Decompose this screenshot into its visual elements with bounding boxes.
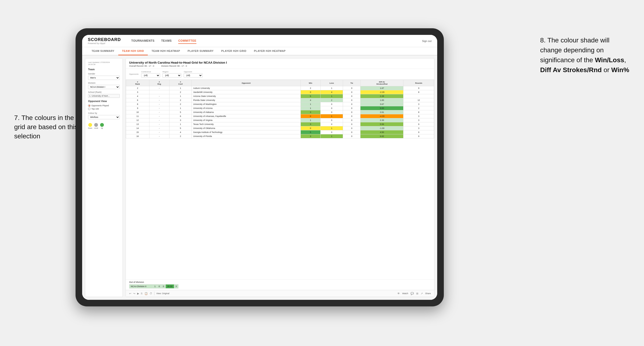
timer-icon[interactable]: ⏱: [150, 292, 152, 295]
gender-select[interactable]: Men's: [88, 76, 120, 80]
logo-text: SCOREBOARD: [88, 37, 121, 42]
redo-icon[interactable]: ↪: [133, 292, 135, 295]
radio-top-100[interactable]: Top 100: [88, 108, 120, 110]
table-row: 11 - 6 University of Arkansas, Fayettevi…: [126, 114, 434, 118]
tab-team-h2h-grid[interactable]: TEAM H2H GRID: [118, 47, 148, 55]
region-filter-label: Region: [162, 71, 181, 73]
radio-opponents-played[interactable]: Opponents Played: [88, 104, 120, 107]
tab-team-summary[interactable]: TEAM SUMMARY: [88, 47, 118, 55]
cell-tie: 0: [343, 118, 360, 122]
cell-loss: 1: [320, 86, 343, 90]
forward-icon[interactable]: ▶: [137, 292, 139, 295]
undo-icon[interactable]: ↩: [129, 292, 131, 295]
cell-rounds: [404, 94, 434, 98]
cell-rank: 8: [126, 102, 150, 106]
legend-up-circle: [100, 123, 104, 127]
region-filter-group: Region (All): [162, 71, 181, 78]
cell-diff: 3.67: [360, 102, 404, 106]
cell-reg: -: [149, 102, 169, 106]
present-icon[interactable]: ⊞: [416, 292, 418, 295]
grid-header: University of North Carolina Head-to-Hea…: [126, 58, 434, 69]
out-of-division-table: NCAA Division II 1 0 0 26.00 3: [129, 284, 178, 289]
division-label: Division: [88, 82, 120, 84]
cell-reg: -: [149, 134, 169, 138]
paste-icon[interactable]: 📋: [144, 292, 148, 295]
cell-diff: 4.50: [360, 130, 404, 134]
out-division-tie: 0: [162, 285, 166, 289]
cell-diff: 2.28: [360, 94, 404, 98]
cell-diff: 1.67: [360, 86, 404, 90]
toolbar-right: 👁 Watch 💬 ⊞ ↗ Share: [397, 292, 431, 295]
cell-tie: 0: [343, 90, 360, 94]
conference-filter-group: Conference (All): [141, 71, 160, 78]
watch-icon[interactable]: 👁: [397, 292, 400, 295]
cell-reg: -: [149, 122, 169, 126]
cell-tie: 0: [343, 86, 360, 90]
cell-win: 1: [301, 102, 320, 106]
cell-win: 1: [301, 118, 320, 122]
cell-reg: -: [149, 118, 169, 122]
cell-diff: 6.62: [360, 134, 404, 138]
nav-committee[interactable]: COMMITTEE: [178, 38, 196, 44]
share-label[interactable]: Share: [425, 292, 431, 295]
legend-level-label: Level: [94, 127, 98, 129]
region-filter-select[interactable]: (All): [162, 73, 181, 78]
school-label: School (Rank): [88, 91, 120, 93]
legend-down: Down: [88, 123, 92, 129]
nav-teams[interactable]: TEAMS: [161, 38, 172, 44]
radio-dot-top100: [88, 108, 90, 110]
cell-reg: -: [149, 130, 169, 134]
legend-down-label: Down: [88, 127, 92, 129]
tab-player-summary[interactable]: PLAYER SUMMARY: [184, 47, 218, 55]
cell-rank: 11: [126, 114, 150, 118]
table-row: 4 - 1 Arizona State University 5 1 0 2.2…: [126, 94, 434, 98]
tab-player-h2h-heatmap[interactable]: PLAYER H2H HEATMAP: [250, 47, 290, 55]
out-of-division: Out of division NCAA Division II 1 0 0 2…: [126, 279, 434, 290]
out-of-division-label: Out of division: [129, 281, 431, 283]
cell-conf: 2: [169, 134, 192, 138]
view-original-label: View: Original: [156, 292, 169, 295]
tab-player-h2h-grid[interactable]: PLAYER H2H GRID: [218, 47, 250, 55]
cell-loss: 1: [320, 126, 343, 130]
cell-win: 0: [301, 114, 320, 118]
tab-team-h2h-heatmap[interactable]: TEAM H2H HEATMAP: [148, 47, 184, 55]
logo-area: SCOREBOARD Powered by clippd: [88, 37, 121, 44]
comment-icon[interactable]: 💬: [410, 292, 414, 295]
cell-rounds: 9: [404, 134, 434, 138]
copy-icon[interactable]: ⎘: [141, 292, 142, 295]
cell-tie: 0: [343, 94, 360, 98]
cell-opponent: University of Washington: [192, 102, 301, 106]
gender-label: Gender: [88, 73, 120, 75]
table-header-row: #Rank #Reg #Conf Opponent Win Loss Tie D…: [126, 80, 434, 86]
table-row: 15 - 4 Georgia Institute of Technology 5…: [126, 130, 434, 134]
col-conf: #Conf: [169, 80, 192, 86]
h2h-grid-table: #Rank #Reg #Conf Opponent Win Loss Tie D…: [126, 80, 434, 138]
school-value: 1. University of Nort...: [88, 94, 120, 98]
cell-opponent: University of Virginia: [192, 118, 301, 122]
out-division-win: 1: [153, 285, 157, 289]
cell-rounds: 3: [404, 114, 434, 118]
sign-out-button[interactable]: Sign out: [422, 40, 432, 42]
legend-level-circle: [94, 123, 98, 127]
share-icon[interactable]: ↗: [421, 292, 423, 295]
cell-win: 5: [301, 94, 320, 98]
table-row: 14 - 5 University of Oklahoma 0 1 0 -1.0…: [126, 126, 434, 130]
cell-opponent: University of Florida: [192, 134, 301, 138]
opponent-filter-select[interactable]: (All): [184, 73, 202, 78]
cell-tie: 0: [343, 114, 360, 118]
nav-tournaments[interactable]: TOURNAMENTS: [131, 38, 155, 44]
division-select[interactable]: NCAA Division I: [88, 85, 120, 89]
opponent-filter-group: Opponent (All): [184, 71, 202, 78]
legend-up: Up: [100, 123, 104, 129]
cell-rank: 10: [126, 110, 150, 114]
col-rounds: Rounds: [404, 80, 434, 86]
cell-opponent: University of Arkansas, Fayetteville: [192, 114, 301, 118]
conference-filter-select[interactable]: (All): [141, 73, 160, 78]
annotation-left: 7. The colours in the grid are based on …: [14, 113, 80, 141]
annotation-right: 8. The colour shade will change dependin…: [540, 35, 630, 75]
division-record: Division Record: 88 - 17 - 0: [161, 65, 187, 67]
watch-label[interactable]: Watch: [402, 292, 408, 295]
colour-by-select[interactable]: Win/loss: [88, 115, 120, 119]
cell-win: 3: [301, 134, 320, 138]
cell-loss: 0: [320, 110, 343, 114]
